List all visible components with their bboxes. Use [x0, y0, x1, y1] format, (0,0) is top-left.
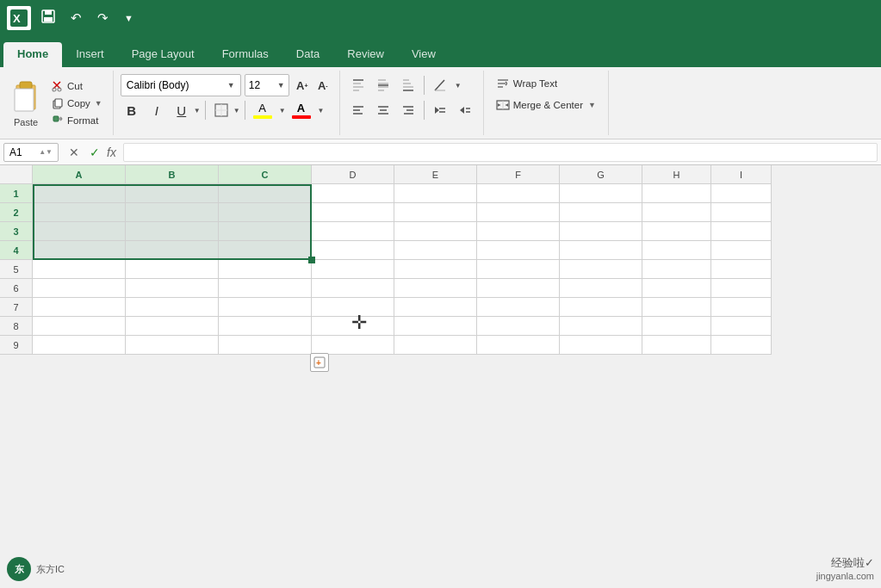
tab-review[interactable]: Review	[333, 42, 398, 67]
quick-analysis-button[interactable]: +	[310, 353, 329, 372]
bold-button[interactable]: B	[121, 99, 143, 121]
cell-I9[interactable]	[711, 336, 772, 355]
cell-B2[interactable]	[126, 203, 219, 222]
tab-home[interactable]: Home	[3, 42, 62, 67]
cell-A7[interactable]	[33, 298, 126, 317]
cell-C6[interactable]	[219, 279, 312, 298]
cell-E9[interactable]	[394, 336, 477, 355]
cell-G8[interactable]	[560, 317, 642, 336]
italic-button[interactable]: I	[146, 99, 168, 121]
cell-A4[interactable]	[33, 241, 126, 260]
border-dropdown[interactable]: ▼	[233, 107, 240, 115]
underline-button[interactable]: U	[171, 99, 193, 121]
cell-E6[interactable]	[394, 279, 477, 298]
cell-D5[interactable]	[312, 260, 394, 279]
cell-C7[interactable]	[219, 298, 312, 317]
cell-A2[interactable]	[33, 203, 126, 222]
cell-B6[interactable]	[126, 279, 219, 298]
cell-A5[interactable]	[33, 260, 126, 279]
cell-C3[interactable]	[219, 222, 312, 241]
cell-H3[interactable]	[642, 222, 711, 241]
font-size-selector[interactable]: 12 ▼	[245, 74, 289, 96]
cell-F1[interactable]	[477, 184, 560, 203]
cell-G2[interactable]	[560, 203, 642, 222]
font-color-button[interactable]: A	[288, 102, 314, 119]
align-middle-button[interactable]	[372, 74, 394, 96]
cell-G5[interactable]	[560, 260, 642, 279]
cell-E3[interactable]	[394, 222, 477, 241]
font-family-selector[interactable]: Calibri (Body) ▼	[121, 74, 241, 96]
cell-I2[interactable]	[711, 203, 772, 222]
cell-E8[interactable]	[394, 317, 477, 336]
cell-A9[interactable]	[33, 336, 126, 355]
cell-B1[interactable]	[126, 184, 219, 203]
save-button[interactable]	[36, 6, 60, 30]
confirm-formula-button[interactable]: ✓	[86, 145, 103, 159]
cell-I8[interactable]	[711, 317, 772, 336]
customize-qat-button[interactable]: ▼	[119, 9, 139, 27]
cell-C4[interactable]	[219, 241, 312, 260]
cell-D2[interactable]	[312, 203, 394, 222]
tab-view[interactable]: View	[398, 42, 450, 67]
increase-font-size-button[interactable]: A+	[293, 76, 312, 95]
decrease-font-size-button[interactable]: A-	[313, 76, 332, 95]
cell-A8[interactable]	[33, 317, 126, 336]
cell-H4[interactable]	[642, 241, 711, 260]
cell-A3[interactable]	[33, 222, 126, 241]
merge-center-dropdown[interactable]: ▼	[588, 101, 596, 109]
cell-H5[interactable]	[642, 260, 711, 279]
cell-D6[interactable]	[312, 279, 394, 298]
text-angle-button[interactable]	[429, 74, 451, 96]
cell-H9[interactable]	[642, 336, 711, 355]
cut-button[interactable]: Cut	[48, 78, 106, 94]
cell-G3[interactable]	[560, 222, 642, 241]
text-angle-dropdown[interactable]: ▼	[455, 82, 462, 90]
cell-C8[interactable]	[219, 317, 312, 336]
cell-F9[interactable]	[477, 336, 560, 355]
cell-G7[interactable]	[560, 298, 642, 317]
cell-E1[interactable]	[394, 184, 477, 203]
cell-H8[interactable]	[642, 317, 711, 336]
cell-B4[interactable]	[126, 241, 219, 260]
cell-C5[interactable]	[219, 260, 312, 279]
cell-B5[interactable]	[126, 260, 219, 279]
cell-H6[interactable]	[642, 279, 711, 298]
cell-D3[interactable]	[312, 222, 394, 241]
tab-insert[interactable]: Insert	[62, 42, 118, 67]
cell-G6[interactable]	[560, 279, 642, 298]
wrap-text-button[interactable]: Wrap Text	[491, 74, 601, 93]
cell-C1[interactable]	[219, 184, 312, 203]
cell-D1[interactable]	[312, 184, 394, 203]
cell-E4[interactable]	[394, 241, 477, 260]
cell-B8[interactable]	[126, 317, 219, 336]
cell-A1[interactable]	[33, 184, 126, 203]
increase-indent-button[interactable]	[454, 99, 476, 121]
cell-B7[interactable]	[126, 298, 219, 317]
cell-A6[interactable]	[33, 279, 126, 298]
cell-F5[interactable]	[477, 260, 560, 279]
cell-G9[interactable]	[560, 336, 642, 355]
cell-D8[interactable]	[312, 317, 394, 336]
cell-F6[interactable]	[477, 279, 560, 298]
cell-I3[interactable]	[711, 222, 772, 241]
formula-input[interactable]	[123, 143, 878, 162]
cell-E7[interactable]	[394, 298, 477, 317]
tab-formulas[interactable]: Formulas	[208, 42, 282, 67]
cell-F8[interactable]	[477, 317, 560, 336]
tab-data[interactable]: Data	[282, 42, 333, 67]
undo-button[interactable]: ↶	[65, 7, 87, 29]
tab-page-layout[interactable]: Page Layout	[118, 42, 208, 67]
cell-C2[interactable]	[219, 203, 312, 222]
cell-F7[interactable]	[477, 298, 560, 317]
cell-reference-box[interactable]: A1 ▲▼	[3, 143, 59, 162]
cell-G1[interactable]	[560, 184, 642, 203]
cell-H7[interactable]	[642, 298, 711, 317]
underline-dropdown[interactable]: ▼	[194, 107, 201, 115]
cell-F3[interactable]	[477, 222, 560, 241]
align-bottom-button[interactable]	[397, 74, 419, 96]
paste-button[interactable]: Paste	[7, 79, 45, 127]
font-color-dropdown[interactable]: ▼	[318, 107, 325, 115]
align-left-button[interactable]	[347, 99, 369, 121]
cell-I5[interactable]	[711, 260, 772, 279]
cell-B3[interactable]	[126, 222, 219, 241]
